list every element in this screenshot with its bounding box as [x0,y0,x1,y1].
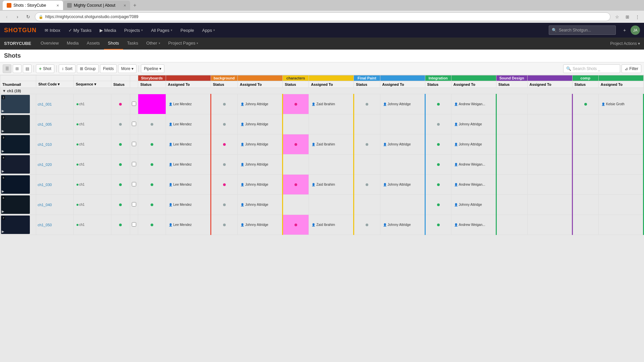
nav-media[interactable]: ▶ Media [96,25,119,36]
thumb-play-ch1_040[interactable]: ▶ [2,209,4,213]
thumb-number-ch1_010: 3 [2,136,5,139]
tab-close-active[interactable]: ✕ [56,4,59,7]
th-storyboards-status: Status [138,81,166,88]
row-checkbox-ch1_010[interactable] [132,142,136,146]
table-wrapper[interactable]: Storyboards background characters Final … [0,75,644,362]
group-icon: ⊞ [80,66,83,71]
thumb-cell-ch1_005[interactable]: 2▶ [0,114,36,134]
thumb-play-ch1_030[interactable]: ▶ [2,189,4,193]
back-button[interactable]: ‹ [3,13,11,21]
thumb-cell-ch1_050[interactable]: 7▶ [0,215,36,235]
project-actions[interactable]: Project Actions ▾ [610,41,640,46]
grid-view-button[interactable]: ⊞ [13,64,21,73]
row-checkbox-ch1_050[interactable] [132,222,136,227]
forward-button[interactable]: › [13,13,21,21]
assigned-div-ch1_010-background: 👤Johnny Attridge [239,142,281,147]
project-nav-media[interactable]: Media [63,38,83,50]
assigned-div-ch1_030-characters: 👤Zaid Ibrahim [310,182,352,187]
browser-tab-inactive[interactable]: Mighty Coconut | About ✕ [63,1,130,10]
pipeline-assigned-ch1_005-sounddesign [527,114,572,134]
shot-code-cell-ch1_040: ch1_040 [36,195,74,215]
person-icon-ch1_001-integration: 👤 [454,103,458,106]
tab-close-inactive[interactable]: ✕ [123,4,126,7]
nav-inbox[interactable]: ✉ Inbox [41,25,64,36]
th-shot-code[interactable]: Shot Code ▾ [36,81,74,88]
nav-apps[interactable]: Apps ▾ [199,25,219,36]
nav-all-pages[interactable]: All Pages ▾ [148,25,176,36]
shot-code-ch1_010[interactable]: ch1_010 [38,142,52,146]
pipeline-status-ch1_050-sounddesign [496,215,527,235]
thumb-cell-ch1_030[interactable]: 5▶ [0,175,36,195]
thumb-play-ch1_010[interactable]: ▶ [2,149,4,153]
add-shot-button[interactable]: + Shot [36,64,54,73]
thumb-cell-ch1_001[interactable]: 1▶ [0,94,36,114]
thumb-view-button[interactable]: ▤ [23,64,32,73]
status-dot-ch1_030 [119,183,122,186]
status-cell-ch1_040 [111,195,130,215]
group-button[interactable]: ⊞ Group [77,64,99,73]
shot-code-ch1_001[interactable]: ch1_001 [38,102,52,106]
nav-people[interactable]: People [177,25,197,36]
thumb-play-ch1_020[interactable]: ▶ [2,169,4,173]
refresh-button[interactable]: ↻ [24,13,32,21]
url-bar[interactable]: 🔒 https://mightycoconut.shotgunstudio.co… [35,12,610,21]
group-expand-icon[interactable]: ▼ [2,89,6,93]
more-button[interactable]: More ▾ [118,64,137,73]
pipeline-button[interactable]: Pipeline ▾ [141,64,164,73]
menu-icon[interactable]: ⋮ [633,13,641,21]
th-background-bar [238,75,283,81]
project-nav-shots[interactable]: Shots [104,38,123,50]
pipeline-status-ch1_005-sounddesign [496,114,527,134]
assigned-div-ch1_001-comp: 👤Kelsie Groth [600,102,642,107]
pipeline-status-ch1_050-finalpaint [354,215,380,235]
browser-tab-active[interactable]: Shots : StoryCube ✕ [3,1,63,10]
table-row-ch1_010: 3▶ch1_010ch1👤Lee Mendez👤Johnny Attridge👤… [0,134,644,155]
column-group-header-row: Storyboards background characters Final … [0,75,644,81]
browser-icons: ☆ ⊞ ⋮ [613,13,641,21]
list-view-button[interactable]: ☰ [3,64,11,73]
assigned-name-ch1_001-finalpaint: Johnny Attridge [388,102,411,106]
global-search[interactable]: 🔍 Search Shotgun... [549,25,616,35]
row-checkbox-ch1_040[interactable] [132,202,136,206]
nav-projects[interactable]: Projects ▾ [121,25,146,36]
project-nav-tasks[interactable]: Tasks [123,38,142,50]
project-nav-assets[interactable]: Assets [83,38,104,50]
th-sequence[interactable]: Sequence ▾ [73,81,111,88]
add-button[interactable]: + [620,25,629,35]
user-avatar[interactable]: JA [631,25,640,35]
thumb-play-ch1_050[interactable]: ▶ [2,230,4,233]
pipeline-assigned-ch1_040-storyboards: 👤Lee Mendez [166,195,211,215]
thumb-cell-ch1_010[interactable]: 3▶ [0,134,36,155]
shot-code-ch1_030[interactable]: ch1_030 [38,183,52,187]
filter-button[interactable]: ⊿ Filter [622,64,641,73]
shot-code-ch1_050[interactable]: ch1_050 [38,223,52,227]
shot-code-cell-ch1_005: ch1_005 [36,114,74,134]
project-nav-project-pages[interactable]: Project Pages ▾ [164,38,203,50]
pipeline-status-ch1_030-finalpaint [354,175,380,195]
pipeline-dot-ch1_010-background [223,143,226,146]
thumb-cell-ch1_040[interactable]: 6▶ [0,195,36,215]
fields-button[interactable]: Fields [100,64,117,73]
thumb-play-ch1_001[interactable]: ▶ [2,109,4,113]
extensions-icon[interactable]: ⊞ [623,13,631,21]
shot-code-ch1_020[interactable]: ch1_020 [38,163,52,167]
thumb-play-ch1_005[interactable]: ▶ [2,129,4,133]
row-checkbox-ch1_005[interactable] [132,122,136,126]
row-checkbox-ch1_020[interactable] [132,162,136,166]
project-nav-overview[interactable]: Overview [37,38,63,50]
assets-label: Assets [87,41,100,46]
nav-my-tasks[interactable]: ✓ My Tasks [65,25,95,36]
thumb-cell-ch1_020[interactable]: 4▶ [0,155,36,175]
project-nav-other[interactable]: Other ▾ [142,38,164,50]
bookmark-icon[interactable]: ☆ [613,13,621,21]
row-checkbox-ch1_001[interactable] [132,102,136,106]
pipeline-status-ch1_005-storyboards [138,114,166,134]
new-tab-button[interactable]: + [130,1,140,10]
toolbar-sep-3 [139,65,139,72]
shot-code-ch1_005[interactable]: ch1_005 [38,122,52,126]
search-shots-input[interactable]: 🔍 Search Shots _ [563,64,620,73]
row-checkbox-ch1_030[interactable] [132,182,136,186]
assigned-div-ch1_040-storyboards: 👤Lee Mendez [167,202,209,207]
sort-button[interactable]: ↕ Sort [59,64,75,73]
shot-code-ch1_040[interactable]: ch1_040 [38,203,52,207]
